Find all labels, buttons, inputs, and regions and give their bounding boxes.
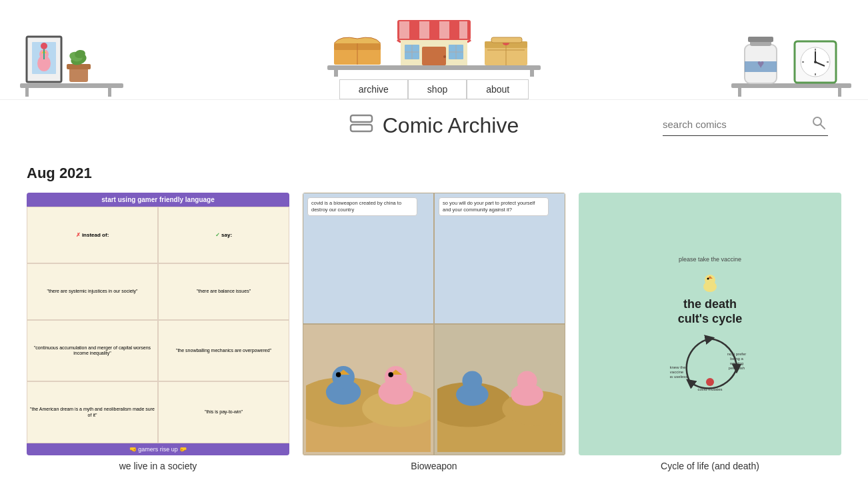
bioweapon-title: Bioweapon [303, 461, 565, 471]
site-header: archive shop about ♥ [0, 0, 868, 100]
svg-text:vaccine: vaccine [670, 370, 684, 374]
society-col2-header: ✓ say: [158, 207, 289, 263]
svg-point-84 [707, 278, 709, 280]
svg-rect-41 [491, 37, 522, 43]
society-col1-header: ✗ instead of: [27, 207, 158, 263]
svg-point-9 [41, 43, 47, 49]
comic-thumb-society: start using gamer friendly language ✗ in… [27, 193, 289, 455]
svg-text:i knew the: i knew the [670, 365, 686, 369]
comic-thumb-cycle: please take the vaccine the deathcult's … [579, 193, 841, 455]
cycle-top-label: please take the vaccine [679, 256, 741, 263]
society-row3-col1: "the American dream is a myth and neolib… [27, 381, 158, 443]
svg-point-78 [462, 371, 482, 391]
svg-point-92 [706, 378, 714, 386]
svg-rect-43 [738, 88, 741, 97]
society-row1-col1: "there are systemic injustices in our so… [27, 263, 158, 319]
search-button[interactable] [809, 116, 828, 133]
svg-rect-24 [419, 21, 429, 39]
svg-rect-15 [327, 65, 541, 70]
svg-point-73 [388, 372, 393, 377]
section-aug-2021: Aug 2021 [27, 165, 841, 182]
svg-point-61 [813, 117, 821, 125]
bio-panel-1: covid is a bioweapon created by china to… [303, 193, 434, 324]
nav-center: archive shop about [314, 7, 554, 99]
society-row3-col2: "this is pay-to-win" [158, 381, 289, 443]
svg-point-71 [385, 366, 407, 389]
svg-rect-42 [731, 83, 851, 88]
svg-text:covid mutates: covid mutates [697, 387, 722, 391]
society-row2-col2: "the snowballing mechanics are overpower… [158, 320, 289, 382]
society-row1-col2: "there are balance issues" [158, 263, 289, 319]
archive-icon [349, 114, 373, 137]
svg-text:walking: walking [729, 361, 743, 365]
svg-rect-59 [351, 115, 372, 122]
page-title-text: Comic Archive [383, 113, 519, 138]
comic-card-cycle[interactable]: please take the vaccine the deathcult's … [579, 193, 841, 471]
society-header: start using gamer friendly language [27, 193, 289, 207]
svg-rect-0 [20, 83, 123, 88]
svg-rect-26 [459, 21, 467, 39]
svg-point-67 [332, 366, 355, 389]
svg-point-80 [517, 371, 537, 391]
search-input[interactable] [663, 119, 809, 130]
comic-thumb-bioweapon: covid is a bioweapon created by china to… [303, 193, 565, 455]
nav-shop[interactable]: shop [408, 79, 467, 99]
comic-card-bioweapon[interactable]: covid is a bioweapon created by china to… [303, 193, 565, 471]
main-content: Aug 2021 start using gamer friendly lang… [0, 145, 868, 488]
bio-panel-3 [303, 324, 434, 455]
svg-rect-25 [439, 21, 449, 39]
svg-text:no, i prefer: no, i prefer [727, 352, 747, 356]
nav-about[interactable]: about [467, 79, 529, 99]
svg-rect-23 [399, 21, 409, 39]
header-left-decoration [13, 25, 127, 99]
cycle-main-title: the deathcult's cycle [678, 297, 742, 326]
svg-text:being a: being a [730, 357, 743, 361]
svg-rect-1 [25, 88, 29, 97]
bio-panel-2: so you will do your part to protect your… [434, 193, 565, 324]
svg-rect-28 [422, 47, 446, 65]
svg-rect-49 [745, 61, 777, 72]
page-title: Comic Archive [349, 113, 519, 138]
svg-point-69 [336, 372, 341, 377]
search-area[interactable] [663, 116, 828, 136]
society-title: we live in a society [27, 461, 289, 471]
svg-rect-47 [748, 37, 773, 42]
svg-rect-2 [108, 88, 111, 97]
svg-text:petri dish: petri dish [729, 366, 745, 370]
svg-point-54 [814, 61, 817, 63]
aug-comics-grid: start using gamer friendly language ✗ in… [27, 193, 841, 471]
cycle-title-text: Cycle of life (and death) [579, 461, 841, 471]
society-footer: 🤜 gamers rise up 🤛 [27, 443, 289, 455]
nav-archive[interactable]: archive [339, 79, 408, 99]
svg-rect-16 [334, 70, 338, 77]
comic-card-society[interactable]: start using gamer friendly language ✗ in… [27, 193, 289, 471]
nav-links: archive shop about [339, 79, 529, 99]
svg-point-29 [443, 55, 446, 58]
svg-rect-60 [351, 125, 372, 131]
svg-line-62 [821, 125, 825, 129]
bio-panel-4 [434, 324, 565, 455]
society-row2-col1: "continuous accumulation and merger of c… [27, 320, 158, 382]
society-grid: ✗ instead of: ✓ say: "there are systemic… [27, 207, 289, 443]
svg-text:was useless: was useless [670, 375, 687, 379]
header-right-decoration: ♥ [728, 25, 855, 99]
svg-rect-44 [838, 88, 841, 97]
svg-rect-17 [530, 70, 534, 77]
page-title-area: Comic Archive [0, 100, 868, 145]
